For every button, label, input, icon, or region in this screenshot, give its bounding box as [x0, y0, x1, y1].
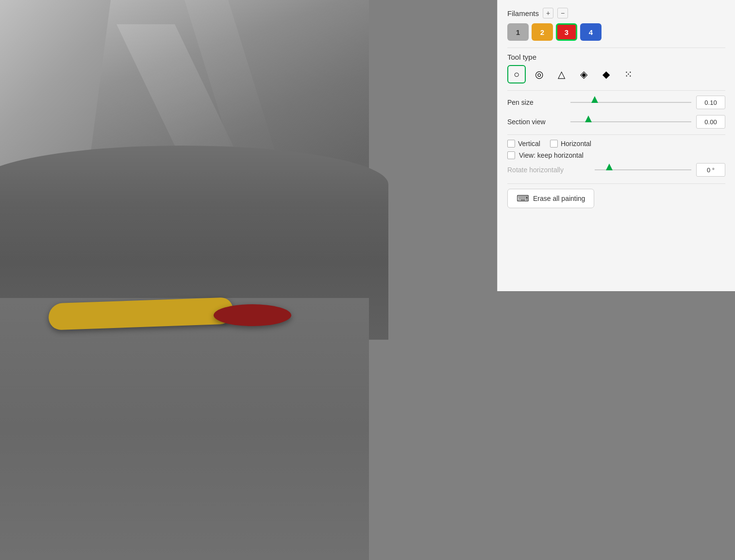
keyboard-icon: ⌨ [517, 193, 529, 204]
vertical-checkbox[interactable] [507, 140, 515, 148]
section-view-value[interactable]: 0.00 [696, 115, 725, 129]
divider-3 [507, 134, 725, 135]
rotate-horizontally-slider[interactable] [595, 165, 691, 175]
view-keep-horizontal-checkbox[interactable] [507, 151, 515, 159]
pen-size-label: Pen size [507, 99, 566, 106]
fill-tool-button[interactable]: ◆ [597, 65, 615, 83]
view-keep-horizontal-row: View: keep horizontal [507, 151, 725, 159]
divider-1 [507, 48, 725, 48]
filament-3-button[interactable]: 3 [556, 23, 577, 41]
vertical-checkbox-item: Vertical [507, 140, 540, 148]
filaments-label: Filaments [507, 9, 539, 17]
pen-size-row: Pen size 0.10 [507, 96, 725, 109]
section-view-row: Section view 0.00 [507, 115, 725, 129]
rotate-horizontally-label: Rotate horizontally [507, 166, 590, 174]
layers-tool-button[interactable]: ◈ [574, 65, 593, 83]
filament-4-button[interactable]: 4 [580, 23, 601, 41]
section-view-label: Section view [507, 118, 566, 126]
oval-tool-button[interactable]: ◎ [530, 65, 548, 83]
scatter-tool-button[interactable]: ⁙ [619, 65, 637, 83]
rotate-horizontally-row: Rotate horizontally 0 ° [507, 163, 725, 177]
horizontal-checkbox[interactable] [550, 140, 558, 148]
horizontal-checkbox-item: Horizontal [550, 140, 591, 148]
view-keep-horizontal-label: View: keep horizontal [519, 151, 584, 159]
filaments-section: Filaments + − 1 2 3 4 [507, 8, 725, 41]
filament-1-button[interactable]: 1 [507, 23, 529, 41]
pen-size-value[interactable]: 0.10 [696, 96, 725, 109]
vertical-label: Vertical [518, 140, 540, 148]
filament-2-button[interactable]: 2 [532, 23, 553, 41]
erase-all-painting-button[interactable]: ⌨ Erase all painting [507, 189, 594, 208]
orientation-checkboxes: Vertical Horizontal [507, 140, 725, 148]
rotate-horizontally-value[interactable]: 0 ° [696, 163, 725, 177]
circle-tool-button[interactable]: ○ [507, 65, 526, 83]
tool-type-label: Tool type [507, 53, 725, 61]
triangle-tool-button[interactable]: △ [552, 65, 570, 83]
divider-2 [507, 90, 725, 91]
divider-4 [507, 183, 725, 184]
section-view-slider[interactable] [570, 117, 691, 127]
tool-icons-group: ○ ◎ △ ◈ ◆ ⁙ [507, 65, 725, 83]
horizontal-label: Horizontal [561, 140, 591, 148]
erase-label: Erase all painting [533, 195, 585, 202]
filament-buttons-group: 1 2 3 4 [507, 23, 725, 41]
remove-filament-button[interactable]: − [557, 8, 568, 18]
tool-type-section: Tool type ○ ◎ △ ◈ ◆ ⁙ [507, 53, 725, 83]
add-filament-button[interactable]: + [543, 8, 553, 18]
right-panel: Filaments + − 1 2 3 4 Tool type ○ ◎ △ ◈ … [497, 0, 735, 291]
paint-red-region [214, 304, 291, 326]
pen-size-slider[interactable] [570, 98, 691, 107]
